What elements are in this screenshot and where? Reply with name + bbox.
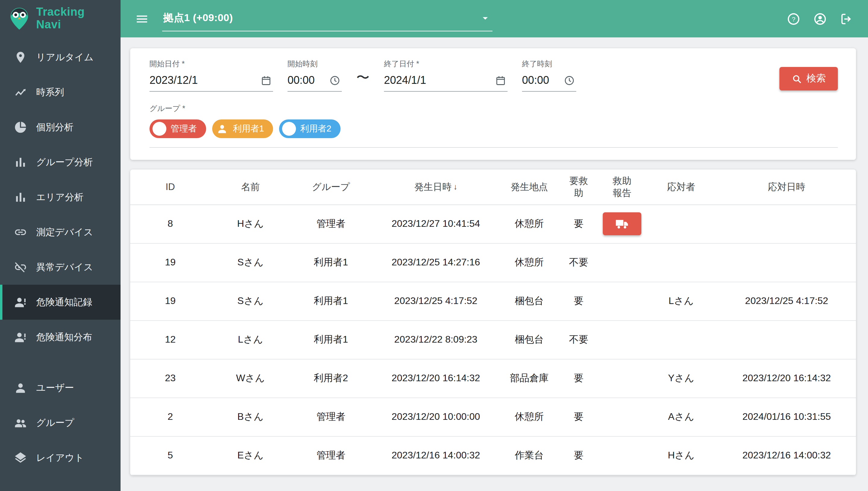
group-chip-user2[interactable]: 利用者2 <box>279 119 340 138</box>
sidebar-item-time-series[interactable]: 時系列 <box>0 75 121 110</box>
sidebar-item-label: ユーザー <box>36 381 74 394</box>
sidebar-item-area-analysis[interactable]: エリア分析 <box>0 180 121 215</box>
table-row: 12Lさん利用者12023/12/22 8:09:23梱包台不要 <box>130 320 856 359</box>
link-off-icon <box>14 261 27 274</box>
column-header-1[interactable]: 名前 <box>210 170 290 204</box>
svg-text:?: ? <box>792 16 795 22</box>
start-time-input[interactable]: 00:00 <box>287 73 342 92</box>
cell-location: 休憩所 <box>500 204 558 243</box>
cell-group: 管理者 <box>290 398 371 436</box>
sidebar-item-danger-notification-records[interactable]: 危険通知記録 <box>0 285 121 320</box>
group-chip-admin[interactable]: 管理者 <box>150 119 206 138</box>
menu-icon[interactable] <box>135 12 149 26</box>
help-icon[interactable]: ? <box>786 12 801 26</box>
column-header-label: 応対日時 <box>768 181 805 192</box>
filter-card: 開始日付 * 2023/12/1 開始時刻 00:00 〜 <box>130 48 856 160</box>
records-table: ID名前グループ発生日時↓発生地点要救助救助報告応対者応対日時 8Hさん管理者2… <box>130 170 856 475</box>
cell-name: Hさん <box>210 204 290 243</box>
cell-report <box>599 398 645 436</box>
cell-rescue: 要 <box>558 282 599 320</box>
column-header-5[interactable]: 要救助 <box>558 170 599 204</box>
rescue-report-button[interactable] <box>603 212 641 235</box>
cell-rescue: 不要 <box>558 243 599 282</box>
start-date-field[interactable]: 開始日付 * 2023/12/1 <box>150 59 273 92</box>
site-selector[interactable]: 拠点1 (+09:00) <box>162 6 493 31</box>
clock-icon[interactable] <box>329 75 341 86</box>
cell-occurred: 2023/12/20 16:14:32 <box>371 359 500 398</box>
sidebar-item-danger-notification-distribution[interactable]: 危険通知分布 <box>0 320 121 355</box>
table-row: 19Sさん利用者12023/12/25 14:27:16休憩所不要 <box>130 243 856 282</box>
cell-name: Sさん <box>210 282 290 320</box>
range-separator: 〜 <box>356 69 370 92</box>
end-time-input[interactable]: 00:00 <box>522 73 576 92</box>
cell-location: 梱包台 <box>500 320 558 359</box>
end-time-value: 00:00 <box>522 74 549 87</box>
cell-location: 休憩所 <box>500 398 558 436</box>
end-date-input[interactable]: 2024/1/1 <box>384 73 507 92</box>
end-date-field[interactable]: 終了日付 * 2024/1/1 <box>384 59 507 92</box>
clock-icon[interactable] <box>564 75 575 86</box>
sidebar-item-users[interactable]: ユーザー <box>0 370 121 405</box>
sidebar-item-group-analysis[interactable]: グループ分析 <box>0 145 121 180</box>
logout-icon[interactable] <box>840 12 854 26</box>
column-header-8[interactable]: 応対日時 <box>717 170 856 204</box>
sidebar-item-label: 時系列 <box>36 86 64 98</box>
calendar-icon[interactable] <box>495 75 506 86</box>
cell-group: 利用者1 <box>290 282 371 320</box>
table-row: 23Wさん利用者22023/12/20 16:14:32部品倉庫要Yさん2023… <box>130 359 856 398</box>
column-header-label: 要救助 <box>568 175 590 199</box>
cell-responded <box>717 204 856 243</box>
person-icon <box>14 381 27 395</box>
cell-name: Wさん <box>210 359 290 398</box>
column-header-3[interactable]: 発生日時↓ <box>371 170 500 204</box>
map-pin-icon <box>14 51 27 64</box>
sidebar-item-individual-analysis[interactable]: 個別分析 <box>0 110 121 145</box>
sidebar-item-abnormal-devices[interactable]: 異常デバイス <box>0 250 121 285</box>
cell-id: 19 <box>130 243 210 282</box>
cell-rescue: 要 <box>558 359 599 398</box>
group-chips: 管理者利用者1利用者2 <box>150 119 838 148</box>
link-icon <box>14 226 27 239</box>
table-row: 8Hさん管理者2023/12/27 10:41:54休憩所要 <box>130 204 856 243</box>
cell-responder: Aさん <box>645 398 717 436</box>
sidebar-item-layout[interactable]: レイアウト <box>0 440 121 475</box>
cell-name: Eさん <box>210 436 290 475</box>
search-button[interactable]: 検索 <box>779 67 838 90</box>
column-header-2[interactable]: グループ <box>290 170 371 204</box>
cell-rescue: 要 <box>558 204 599 243</box>
sidebar-item-label: レイアウト <box>36 452 84 464</box>
sidebar-item-realtime[interactable]: リアルタイム <box>0 40 121 75</box>
cell-name: Sさん <box>210 243 290 282</box>
end-time-label: 終了時刻 <box>522 59 576 69</box>
column-header-7[interactable]: 応対者 <box>645 170 717 204</box>
column-header-label: 発生地点 <box>510 181 548 192</box>
cell-responded <box>717 320 856 359</box>
sidebar-item-label: 危険通知分布 <box>36 331 92 344</box>
cell-group: 管理者 <box>290 204 371 243</box>
people-icon <box>14 416 27 430</box>
table-row: 5Eさん管理者2023/12/16 14:00:32作業台要Hさん2023/12… <box>130 436 856 475</box>
account-icon[interactable] <box>813 12 827 26</box>
cell-rescue: 要 <box>558 398 599 436</box>
group-chip-label: 利用者2 <box>300 123 331 135</box>
cell-report <box>599 204 645 243</box>
start-date-input[interactable]: 2023/12/1 <box>150 73 273 92</box>
cell-report <box>599 320 645 359</box>
sidebar-item-measurement-devices[interactable]: 測定デバイス <box>0 215 121 250</box>
column-header-0[interactable]: ID <box>130 170 210 204</box>
cell-responded: 2023/12/25 4:17:52 <box>717 282 856 320</box>
end-time-field[interactable]: 終了時刻 00:00 <box>522 59 576 92</box>
topbar: 拠点1 (+09:00) ? <box>121 0 868 37</box>
calendar-icon[interactable] <box>260 75 272 86</box>
column-header-4[interactable]: 発生地点 <box>500 170 558 204</box>
sidebar-item-groups[interactable]: グループ <box>0 405 121 440</box>
cell-responder: Yさん <box>645 359 717 398</box>
cell-id: 8 <box>130 204 210 243</box>
group-chip-user1[interactable]: 利用者1 <box>212 119 273 138</box>
group-filter-row: グループ * 管理者利用者1利用者2 <box>150 104 838 148</box>
column-header-6[interactable]: 救助報告 <box>599 170 645 204</box>
owl-logo-icon <box>7 7 31 31</box>
table-header-row: ID名前グループ発生日時↓発生地点要救助救助報告応対者応対日時 <box>130 170 856 204</box>
column-header-label: ID <box>166 181 175 192</box>
start-time-field[interactable]: 開始時刻 00:00 <box>287 59 342 92</box>
